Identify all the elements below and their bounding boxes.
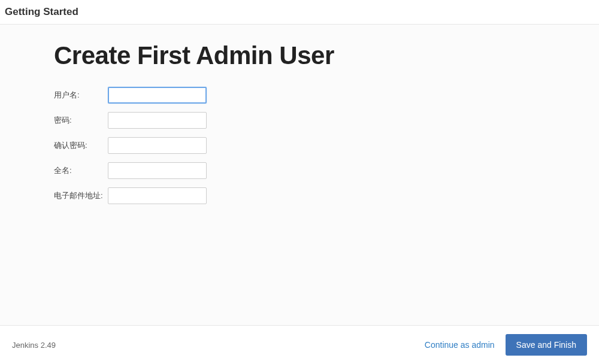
header-title: Getting Started [5, 6, 78, 17]
confirm-password-input[interactable] [108, 137, 207, 154]
username-label: 用户名: [54, 90, 108, 101]
form-row-fullname: 全名: [54, 162, 545, 179]
password-label: 密码: [54, 115, 108, 126]
form-row-username: 用户名: [54, 87, 545, 104]
fullname-input[interactable] [108, 162, 207, 179]
email-label: 电子邮件地址: [54, 190, 108, 201]
email-input[interactable] [108, 187, 207, 204]
confirm-password-label: 确认密码: [54, 140, 108, 151]
form-row-confirm-password: 确认密码: [54, 137, 545, 154]
continue-as-admin-link[interactable]: Continue as admin [425, 340, 495, 350]
version-label: Jenkins 2.49 [12, 341, 56, 350]
page-title: Create First Admin User [54, 41, 545, 70]
username-input[interactable] [108, 87, 207, 104]
form-row-password: 密码: [54, 112, 545, 129]
fullname-label: 全名: [54, 165, 108, 176]
footer-bar: Jenkins 2.49 Continue as admin Save and … [0, 325, 599, 364]
header-bar: Getting Started [0, 0, 599, 25]
save-and-finish-button[interactable]: Save and Finish [506, 334, 587, 356]
password-input[interactable] [108, 112, 207, 129]
footer-actions: Continue as admin Save and Finish [425, 334, 587, 356]
form-row-email: 电子邮件地址: [54, 187, 545, 204]
content-area: Create First Admin User 用户名: 密码: 确认密码: 全… [0, 25, 599, 325]
